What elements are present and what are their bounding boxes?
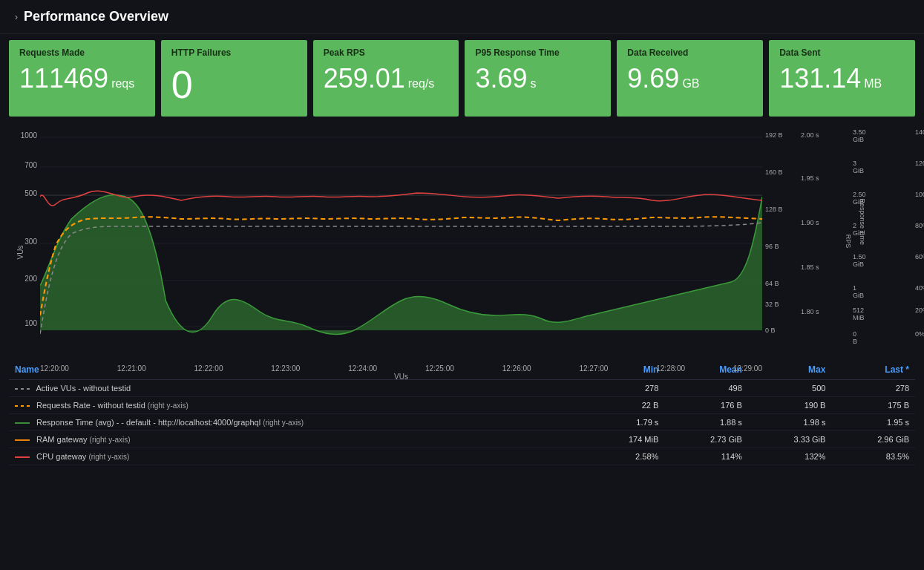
b-tick-160: 160 B <box>765 168 783 176</box>
rps-tick-190: 1.90 s <box>801 219 819 226</box>
metric-value-1: 0 <box>171 64 297 106</box>
gib-tick-0: 0 B <box>853 330 857 345</box>
metric-unit-0: reqs <box>111 77 134 91</box>
metric-card-4: Data Received 9.69GB <box>617 40 763 117</box>
legend-icon-vus <box>15 388 30 390</box>
page-title: Performance Overview <box>24 9 168 24</box>
metric-label-1: HTTP Failures <box>171 48 297 58</box>
row-mean-cpu: 114% <box>664 448 748 465</box>
metric-unit-2: req/s <box>408 77 435 91</box>
row-min-rt: 1.79 s <box>584 414 664 431</box>
chevron-icon: › <box>15 12 18 22</box>
gib-tick-100: 1 GiB <box>853 284 864 299</box>
metric-label-4: Data Received <box>627 48 753 58</box>
y-tick-300: 300 <box>24 238 37 246</box>
metric-value-2: 259.01req/s <box>324 64 449 94</box>
row-mean-vus: 498 <box>664 380 748 397</box>
table-row: Response Time (avg) - - default - http:/… <box>9 414 915 431</box>
row-min-cpu: 2.58% <box>584 448 664 465</box>
row-max-cpu: 132% <box>748 448 832 465</box>
row-mean-ram: 2.73 GiB <box>664 431 748 448</box>
chart-section: 1000 700 500 300 200 100 VUs <box>0 122 924 360</box>
gib-tick-512: 512 MiB <box>853 307 865 321</box>
pct-tick-40: 40% <box>915 284 924 292</box>
y-axis-vus-label: VUs <box>16 246 24 260</box>
metric-unit-4: GB <box>682 77 699 91</box>
b-tick-192: 192 B <box>765 131 783 139</box>
rps-tick-180: 1.80 s <box>801 308 819 315</box>
metric-card-5: Data Sent 131.14MB <box>769 40 915 117</box>
b-tick-0: 0 B <box>765 327 776 334</box>
x-tick-1228: 12:28:00 <box>656 364 685 373</box>
row-last-ram: 2.96 GiB <box>831 431 915 448</box>
pct-tick-80: 80% <box>915 222 924 229</box>
y-tick-700: 700 <box>24 161 37 169</box>
metric-card-3: P95 Response Time 3.69s <box>465 40 611 117</box>
table-row: CPU gateway (right y-axis) 2.58% 114% 13… <box>9 448 915 465</box>
table-row: RAM gateway (right y-axis) 174 MiB 2.73 … <box>9 431 915 448</box>
row-name-rps: Requests Rate - without testid (right y-… <box>9 397 584 414</box>
pct-tick-120: 120% <box>915 160 924 167</box>
metrics-row: Requests Made 111469reqs HTTP Failures 0… <box>0 34 924 122</box>
legend-icon-rps <box>15 405 30 407</box>
x-tick-1227: 12:27:00 <box>579 364 608 373</box>
metric-value-4: 9.69GB <box>627 64 753 94</box>
row-min-rps: 22 B <box>584 397 664 414</box>
b-tick-96: 96 B <box>765 243 779 250</box>
legend-icon-cpu <box>15 456 30 458</box>
x-tick-1226: 12:26:00 <box>502 364 531 373</box>
metric-card-2: Peak RPS 259.01req/s <box>313 40 459 117</box>
row-max-vus: 500 <box>748 380 832 397</box>
metric-label-2: Peak RPS <box>324 48 449 58</box>
metric-label-3: P95 Response Time <box>475 48 600 58</box>
y-tick-1000: 1000 <box>21 131 37 140</box>
row-mean-rt: 1.88 s <box>664 414 748 431</box>
metric-unit-3: s <box>531 77 537 91</box>
row-last-vus: 278 <box>831 380 915 397</box>
table-row: Requests Rate - without testid (right y-… <box>9 397 915 414</box>
metric-value-5: 131.14MB <box>779 64 905 94</box>
row-name-vus: Active VUs - without testid <box>9 380 584 397</box>
metric-label-0: Requests Made <box>19 48 145 58</box>
metric-value-3: 3.69s <box>475 64 600 94</box>
legend-icon-rt <box>15 422 30 424</box>
row-last-cpu: 83.5% <box>831 448 915 465</box>
x-axis-label: VUs <box>40 373 762 381</box>
rps-tick-185: 1.85 s <box>801 263 819 271</box>
row-last-rt: 1.95 s <box>831 414 915 431</box>
row-name-ram: RAM gateway (right y-axis) <box>9 431 584 448</box>
pct-tick-60: 60% <box>915 253 924 261</box>
b-tick-32: 32 B <box>765 301 779 308</box>
x-tick-1221: 12:21:00 <box>117 364 146 373</box>
gib-tick-200: 2 GiB <box>853 222 864 237</box>
gib-tick-300: 3 GiB <box>853 160 864 174</box>
main-chart-svg <box>40 122 762 360</box>
y-tick-100: 100 <box>24 319 37 327</box>
b-tick-128: 128 B <box>765 206 783 213</box>
metric-value-0: 111469reqs <box>19 64 145 94</box>
b-tick-64: 64 B <box>765 280 779 287</box>
table-row: Active VUs - without testid 278 498 500 … <box>9 380 915 397</box>
row-max-rt: 1.98 s <box>748 414 832 431</box>
rps-tick-200: 2.00 s <box>801 131 819 139</box>
rps-tick-195: 1.95 s <box>801 174 819 182</box>
row-mean-rps: 176 B <box>664 397 748 414</box>
pct-tick-140: 140% <box>915 128 924 136</box>
x-tick-1220: 12:20:00 <box>40 364 69 373</box>
col-last: Last * <box>831 360 915 380</box>
x-tick-1223: 12:23:00 <box>271 364 300 373</box>
header: › Performance Overview <box>0 0 924 34</box>
row-min-ram: 174 MiB <box>584 431 664 448</box>
y-tick-500: 500 <box>24 189 37 197</box>
row-name-cpu: CPU gateway (right y-axis) <box>9 448 584 465</box>
row-name-rt: Response Time (avg) - - default - http:/… <box>9 414 584 431</box>
metric-card-1: HTTP Failures 0 <box>161 40 307 117</box>
pct-tick-100: 100% <box>915 191 924 198</box>
gib-tick-350: 3.50 GiB <box>853 128 866 143</box>
pct-tick-0: 0% <box>915 330 924 338</box>
row-max-rps: 190 B <box>748 397 832 414</box>
x-tick-1229: 12:29:00 <box>733 364 762 373</box>
metric-unit-5: MB <box>864 77 882 91</box>
metric-card-0: Requests Made 111469reqs <box>9 40 155 117</box>
row-min-vus: 278 <box>584 380 664 397</box>
